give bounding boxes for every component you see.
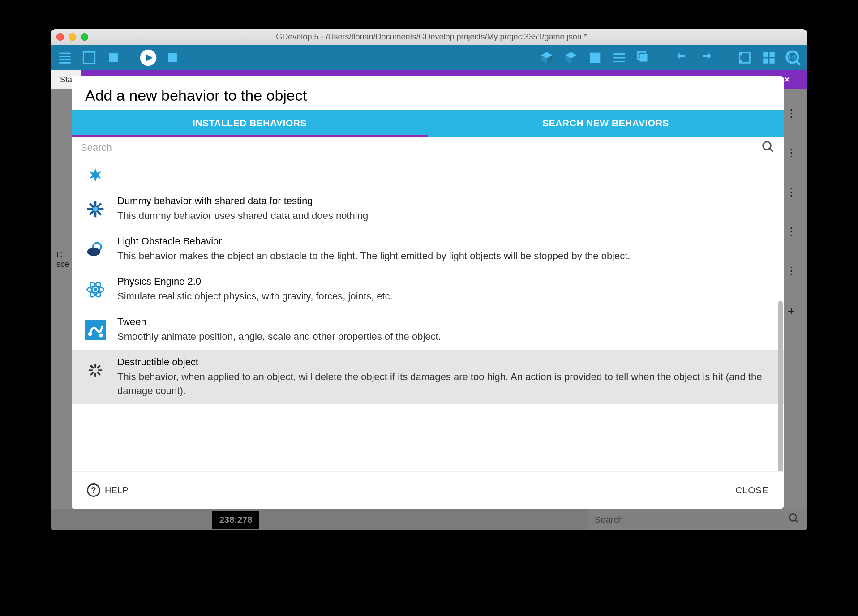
svg-rect-1 [59,56,71,57]
cloud-sun-icon [85,239,106,260]
close-button[interactable]: CLOSE [735,485,768,496]
svg-rect-21 [740,53,742,56]
dialog-footer: ? HELP CLOSE [72,471,784,509]
list-icon[interactable] [610,48,629,67]
behavior-description: Simulate realistic object physics, with … [117,289,770,304]
svg-point-34 [93,207,98,212]
behavior-description: Smoothly animate position, angle, scale … [117,329,770,344]
debug-icon[interactable] [163,48,182,67]
svg-rect-14 [590,53,601,63]
maximize-window-button[interactable] [81,33,88,41]
behavior-search-row [72,137,784,159]
svg-line-47 [91,366,93,368]
help-button[interactable]: ? HELP [87,483,128,497]
behavior-title: Light Obstacle Behavior [117,235,770,247]
edit-icon[interactable] [586,48,605,67]
window-title: GDevelop 5 - /Users/florian/Documents/GD… [88,32,802,42]
traffic-lights [56,33,88,41]
svg-point-32 [763,142,771,150]
svg-line-33 [770,149,773,152]
scrollbar-thumb[interactable] [778,301,783,471]
svg-point-40 [94,288,97,291]
svg-point-42 [99,333,103,337]
undo-icon[interactable] [673,48,691,67]
svg-rect-4 [83,52,95,64]
svg-point-36 [87,248,100,256]
close-window-button[interactable] [56,33,64,41]
svg-rect-23 [763,52,768,57]
behavior-item-physics[interactable]: Physics Engine 2.0 Simulate realistic ob… [72,270,784,310]
spinner-icon [85,360,106,381]
behavior-description: This behavior makes the object an obstac… [117,249,770,263]
svg-rect-15 [613,53,625,55]
minimize-window-button[interactable] [69,33,76,41]
svg-rect-5 [109,53,118,62]
behavior-title: Dummy behavior with shared data for test… [117,195,770,207]
main-toolbar: 1:1 [51,45,807,70]
svg-rect-25 [763,58,768,63]
svg-rect-2 [59,59,71,60]
zoom-reset-icon[interactable]: 1:1 [784,48,802,67]
svg-rect-3 [59,62,71,64]
svg-point-41 [88,332,92,336]
svg-rect-0 [59,53,71,54]
film-icon[interactable] [735,48,754,67]
behavior-icon [85,165,106,185]
behavior-title: Physics Engine 2.0 [117,276,770,287]
behavior-item-dummy[interactable]: Dummy behavior with shared data for test… [72,189,784,229]
svg-line-48 [98,372,99,374]
behavior-item-destructible[interactable]: Destructible object This behavior, when … [72,350,784,405]
behavior-search-input[interactable] [81,139,761,156]
grid-icon[interactable] [759,48,778,67]
help-label: HELP [105,485,128,496]
cube-icon-2[interactable] [562,48,580,67]
tween-icon [85,320,106,340]
behavior-title: Destructible object [117,356,770,368]
puzzle-icon[interactable] [104,48,123,67]
svg-rect-17 [613,61,625,62]
svg-rect-22 [740,60,742,63]
project-manager-icon[interactable] [56,48,74,67]
svg-rect-24 [769,52,774,57]
snowflake-icon [85,199,106,219]
layers-icon[interactable] [634,48,653,67]
tab-installed-behaviors[interactable]: INSTALLED BEHAVIORS [72,110,428,137]
svg-rect-16 [613,57,625,59]
search-icon[interactable] [761,140,775,155]
svg-line-28 [797,61,800,65]
behavior-title: Tween [117,316,770,328]
export-icon[interactable] [80,48,99,67]
dialog-tabs: INSTALLED BEHAVIORS SEARCH NEW BEHAVIORS [72,110,784,137]
atom-icon [85,279,106,300]
redo-icon[interactable] [697,48,716,67]
play-button[interactable] [139,48,158,67]
behavior-item-partial[interactable] [72,159,784,189]
dialog-title: Add a new behavior to the object [72,76,784,110]
help-icon: ? [87,483,100,497]
svg-line-49 [98,366,99,368]
svg-rect-18 [640,54,648,62]
svg-rect-26 [769,58,774,63]
behavior-description: This behavior, when applied to an object… [117,370,770,398]
svg-line-50 [91,372,93,374]
cube-icon-1[interactable] [537,48,556,67]
svg-text:1:1: 1:1 [788,54,796,60]
svg-rect-8 [168,53,177,62]
behavior-description: This dummy behavior uses shared data and… [117,209,770,223]
titlebar: GDevelop 5 - /Users/florian/Documents/GD… [51,29,807,45]
add-behavior-dialog: Add a new behavior to the object INSTALL… [72,76,784,509]
tab-search-new-behaviors[interactable]: SEARCH NEW BEHAVIORS [428,110,784,137]
behavior-list: Dummy behavior with shared data for test… [72,159,784,471]
behavior-item-tween[interactable]: Tween Smoothly animate position, angle, … [72,310,784,350]
behavior-item-light-obstacle[interactable]: Light Obstacle Behavior This behavior ma… [72,229,784,270]
